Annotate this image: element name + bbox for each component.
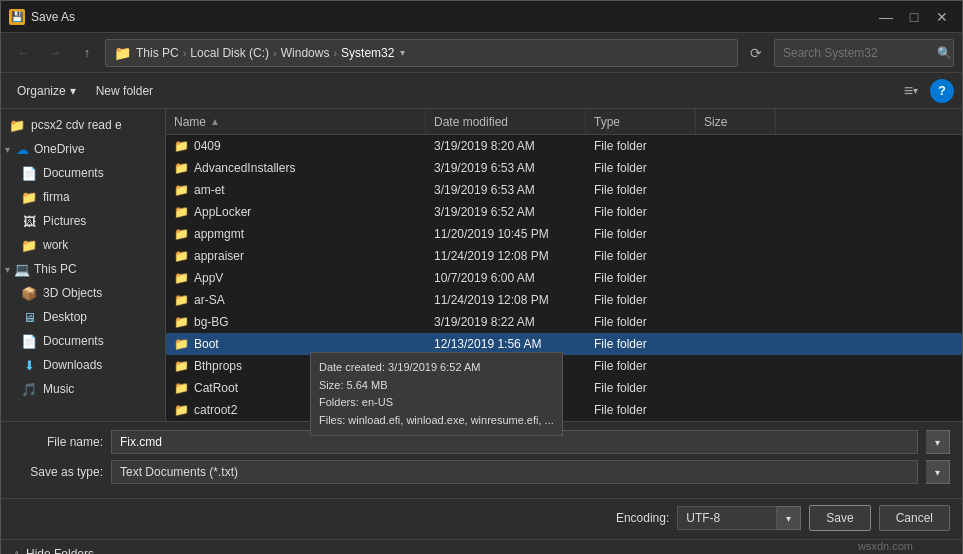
file-name-input[interactable] xyxy=(111,430,918,454)
file-name-label: File name: xyxy=(13,435,103,449)
bottom-form: File name: ▾ Save as type: Text Document… xyxy=(1,421,962,498)
breadcrumb[interactable]: 📁 This PC › Local Disk (C:) › Windows › … xyxy=(105,39,738,67)
table-row[interactable]: 📁0409 3/19/2019 8:20 AM File folder xyxy=(166,135,962,157)
folder-icon: 📁 xyxy=(174,205,188,219)
file-name-dropdown[interactable]: ▾ xyxy=(926,430,950,454)
footer: ∧ Hide Folders xyxy=(1,539,962,554)
folder-icon: 📁 xyxy=(9,117,25,133)
file-area: Name ▲ Date modified Type Size xyxy=(166,109,962,421)
save-type-row: Save as type: Text Documents (*.txt) ▾ xyxy=(13,460,950,484)
column-header-date[interactable]: Date modified xyxy=(426,109,586,134)
table-row[interactable]: 📁bg-BG 3/19/2019 8:22 AM File folder xyxy=(166,311,962,333)
hide-folders-toggle[interactable]: ∧ Hide Folders xyxy=(13,547,94,555)
table-row[interactable]: 📁ar-SA 11/24/2019 12:08 PM File folder xyxy=(166,289,962,311)
table-row[interactable]: 📁Bthprops 3/19/2019 6:53 AM File folder xyxy=(166,355,962,377)
sidebar-item-documents-od[interactable]: 📄 Documents xyxy=(1,161,165,185)
search-input[interactable] xyxy=(783,46,933,60)
save-type-dropdown[interactable]: ▾ xyxy=(926,460,950,484)
help-button[interactable]: ? xyxy=(930,79,954,103)
table-row[interactable]: 📁Boot 12/13/2019 1:56 AM File folder xyxy=(166,333,962,355)
encoding-buttons-row: Encoding: UTF-8 ▾ Save Cancel xyxy=(1,498,962,539)
encoding-dropdown[interactable]: ▾ xyxy=(777,506,801,530)
encoding-select[interactable]: UTF-8 xyxy=(677,506,777,530)
folder-icon: 📁 xyxy=(174,337,188,351)
sidebar-item-pictures[interactable]: 🖼 Pictures xyxy=(1,209,165,233)
docs-icon: 📄 xyxy=(21,333,37,349)
title-bar: 💾 Save As — □ ✕ xyxy=(1,1,962,33)
folder-icon: 📁 xyxy=(21,189,37,205)
refresh-button[interactable]: ⟳ xyxy=(742,39,770,67)
table-row[interactable]: 📁CatRoot 1/7/2020 8:39 AM File folder xyxy=(166,377,962,399)
folder-icon: 📁 xyxy=(174,249,188,263)
sidebar-item-desktop[interactable]: 🖥 Desktop xyxy=(1,305,165,329)
sidebar-item-music[interactable]: 🎵 Music xyxy=(1,377,165,401)
music-icon: 🎵 xyxy=(21,381,37,397)
view-button[interactable]: ≡ ▾ xyxy=(896,77,926,105)
dialog-title: Save As xyxy=(31,10,75,24)
folder-icon: 📁 xyxy=(174,271,188,285)
folder-icon: 📁 xyxy=(21,237,37,253)
table-row[interactable]: 📁catroot2 File folder xyxy=(166,399,962,421)
pictures-icon: 🖼 xyxy=(21,213,37,229)
back-button[interactable]: ← xyxy=(9,39,37,67)
close-button[interactable]: ✕ xyxy=(930,7,954,27)
breadcrumb-windows: Windows xyxy=(281,46,330,60)
encoding-select-wrapper: UTF-8 ▾ xyxy=(677,506,801,530)
table-row[interactable]: 📁AdvancedInstallers 3/19/2019 6:53 AM Fi… xyxy=(166,157,962,179)
breadcrumb-localdisk: Local Disk (C:) xyxy=(190,46,269,60)
file-list: 📁0409 3/19/2019 8:20 AM File folder 📁Adv… xyxy=(166,135,962,421)
folder-icon: 📁 xyxy=(174,227,188,241)
docs-icon: 📄 xyxy=(21,165,37,181)
sidebar-item-firma[interactable]: 📁 firma xyxy=(1,185,165,209)
save-button[interactable]: Save xyxy=(809,505,870,531)
sidebar: 📁 pcsx2 cdv read e ▾ ☁ OneDrive 📄 Docume… xyxy=(1,109,166,421)
sidebar-item-thispc[interactable]: ▾ 💻 This PC xyxy=(1,257,165,281)
column-header-type[interactable]: Type xyxy=(586,109,696,134)
folder-icon: 📁 xyxy=(174,183,188,197)
folder-icon: 📁 xyxy=(174,381,188,395)
save-type-label: Save as type: xyxy=(13,465,103,479)
breadcrumb-folder-icon: 📁 xyxy=(114,45,130,61)
search-icon: 🔍 xyxy=(937,46,952,60)
sidebar-item-onedrive[interactable]: ▾ ☁ OneDrive xyxy=(1,137,165,161)
breadcrumb-system32: System32 xyxy=(341,46,394,60)
table-row[interactable]: 📁AppV 10/7/2019 6:00 AM File folder xyxy=(166,267,962,289)
3d-icon: 📦 xyxy=(21,285,37,301)
table-row[interactable]: 📁appmgmt 11/20/2019 10:45 PM File folder xyxy=(166,223,962,245)
sidebar-item-documents-pc[interactable]: 📄 Documents xyxy=(1,329,165,353)
minimize-button[interactable]: — xyxy=(874,7,898,27)
save-type-select[interactable]: Text Documents (*.txt) xyxy=(111,460,918,484)
folder-icon: 📁 xyxy=(174,293,188,307)
up-button[interactable]: ↑ xyxy=(73,39,101,67)
table-row[interactable]: 📁am-et 3/19/2019 6:53 AM File folder xyxy=(166,179,962,201)
cancel-button[interactable]: Cancel xyxy=(879,505,950,531)
column-header-name[interactable]: Name ▲ xyxy=(166,109,426,134)
sidebar-item-pcsx2[interactable]: 📁 pcsx2 cdv read e xyxy=(1,113,165,137)
toolbar: Organize ▾ New folder ≡ ▾ ? xyxy=(1,73,962,109)
folder-icon: 📁 xyxy=(174,139,188,153)
new-folder-button[interactable]: New folder xyxy=(88,80,161,102)
table-row[interactable]: 📁AppLocker 3/19/2019 6:52 AM File folder xyxy=(166,201,962,223)
sidebar-item-3dobjects[interactable]: 📦 3D Objects xyxy=(1,281,165,305)
column-header-size[interactable]: Size xyxy=(696,109,776,134)
encoding-label: Encoding: xyxy=(616,511,669,525)
table-row[interactable]: 📁appraiser 11/24/2019 12:08 PM File fold… xyxy=(166,245,962,267)
dialog-icon: 💾 xyxy=(9,9,25,25)
window-controls: — □ ✕ xyxy=(874,7,954,27)
forward-button[interactable]: → xyxy=(41,39,69,67)
address-bar: ← → ↑ 📁 This PC › Local Disk (C:) › Wind… xyxy=(1,33,962,73)
pc-icon: 💻 xyxy=(14,261,30,277)
file-list-header: Name ▲ Date modified Type Size xyxy=(166,109,962,135)
desktop-icon: 🖥 xyxy=(21,309,37,325)
onedrive-icon: ☁ xyxy=(14,141,30,157)
sidebar-item-downloads[interactable]: ⬇ Downloads xyxy=(1,353,165,377)
organize-button[interactable]: Organize ▾ xyxy=(9,80,84,102)
folder-icon: 📁 xyxy=(174,161,188,175)
sidebar-item-work[interactable]: 📁 work xyxy=(1,233,165,257)
folder-icon: 📁 xyxy=(174,359,188,373)
file-name-row: File name: ▾ xyxy=(13,430,950,454)
search-bar[interactable]: 🔍 xyxy=(774,39,954,67)
maximize-button[interactable]: □ xyxy=(902,7,926,27)
folder-icon: 📁 xyxy=(174,315,188,329)
breadcrumb-thispc: This PC xyxy=(136,46,179,60)
